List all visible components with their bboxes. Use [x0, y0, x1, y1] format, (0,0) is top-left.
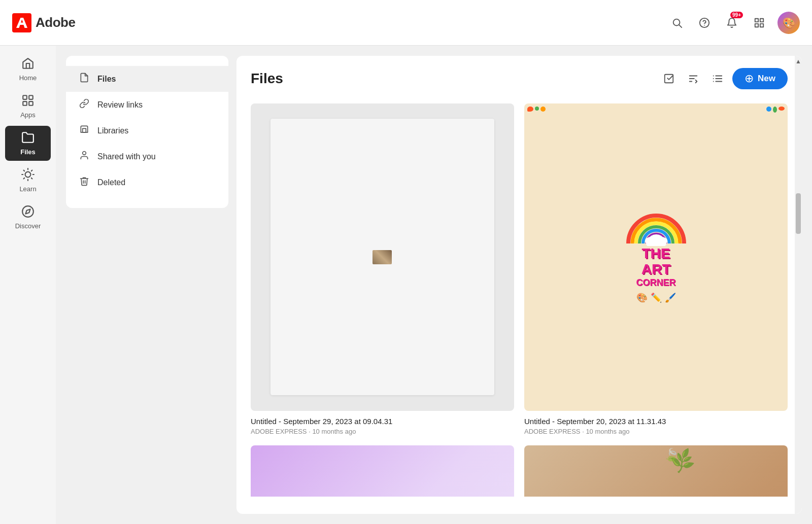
search-button[interactable]	[668, 14, 686, 32]
file-info-2: Untitled - September 20, 2023 at 11.31.4…	[524, 416, 788, 435]
svg-rect-9	[23, 95, 27, 99]
grid-icon	[754, 17, 765, 28]
main-layout: Home Apps Files	[0, 46, 812, 524]
search-icon	[671, 17, 683, 28]
svg-line-20	[24, 178, 25, 179]
deleted-icon	[78, 176, 90, 189]
sidebar-item-files[interactable]: Files	[5, 126, 51, 161]
new-button-label: New	[758, 74, 775, 84]
sidebar-item-learn[interactable]: Learn	[5, 163, 51, 198]
sort-icon	[688, 73, 699, 84]
files-title: Files	[251, 71, 659, 87]
svg-point-25	[83, 152, 86, 155]
menu-deleted-label: Deleted	[97, 178, 125, 187]
sidebar-item-discover[interactable]: Discover	[5, 200, 51, 235]
learn-icon	[21, 168, 35, 183]
apps-icon	[21, 94, 35, 109]
sidebar-files-label: Files	[20, 148, 36, 156]
user-avatar-button[interactable]: 🎨	[777, 12, 800, 34]
apps-grid-button[interactable]	[750, 14, 768, 32]
scroll-arrow-up-icon: ▲	[795, 58, 801, 65]
file-thumbnail-3	[251, 445, 514, 497]
left-sidebar: Home Apps Files	[0, 46, 56, 524]
top-navigation: Adobe 99+ 🎨	[0, 0, 812, 46]
help-icon	[699, 17, 710, 28]
menu-item-deleted[interactable]: Deleted	[66, 169, 228, 195]
art-corner-subtitle: CORNER	[636, 277, 675, 288]
review-link-icon	[78, 98, 90, 111]
select-all-button[interactable]	[659, 69, 679, 88]
adobe-logo[interactable]: Adobe	[12, 13, 75, 32]
plus-icon: ⊕	[745, 73, 754, 84]
file-card-4[interactable]: 🌿 🍃 PLEASE JOIN US FOR Mimi's Send-off M…	[524, 445, 788, 497]
svg-line-2	[679, 25, 682, 27]
art-corner-content: THEART CORNER 🎨✏️🖌️	[618, 103, 694, 411]
menu-files-label: Files	[97, 75, 116, 84]
svg-rect-8	[760, 23, 763, 26]
menu-item-libraries[interactable]: Libraries	[66, 118, 228, 144]
content-panel: Files Review links	[56, 46, 812, 524]
scrollbar[interactable]: ▲	[795, 56, 802, 514]
svg-rect-5	[755, 18, 758, 21]
sidebar-item-apps[interactable]: Apps	[5, 89, 51, 124]
discover-icon	[21, 205, 35, 220]
shared-icon	[78, 150, 90, 163]
file-name-2: Untitled - September 20, 2023 at 11.31.4…	[524, 416, 788, 427]
avatar-emoji: 🎨	[783, 17, 795, 29]
file-info-1: Untitled - September 29, 2023 at 09.04.3…	[251, 416, 514, 435]
checkbox-icon	[663, 73, 674, 84]
file-meta-2: ADOBE EXPRESS · 10 months ago	[524, 428, 788, 435]
art-corner-title: THEART	[641, 246, 671, 277]
files-grid: Untitled - September 29, 2023 at 09.04.3…	[251, 103, 788, 497]
file-name-1: Untitled - September 29, 2023 at 09.04.3…	[251, 416, 514, 427]
file-card-1[interactable]: Untitled - September 29, 2023 at 09.04.3…	[251, 103, 514, 435]
sidebar-discover-label: Discover	[15, 222, 41, 230]
file-thumbnail-4: 🌿 🍃 PLEASE JOIN US FOR Mimi's Send-off	[524, 445, 788, 497]
menu-libraries-label: Libraries	[97, 126, 128, 135]
svg-point-22	[22, 206, 33, 217]
file-card-2[interactable]: THEART CORNER 🎨✏️🖌️ Untitled - September…	[524, 103, 788, 435]
svg-rect-11	[23, 101, 27, 106]
bell-icon	[726, 17, 737, 28]
svg-rect-10	[29, 95, 33, 99]
svg-line-21	[31, 170, 32, 171]
files-icon	[21, 131, 35, 146]
svg-rect-6	[760, 18, 763, 21]
left-nav-panel: Files Review links	[66, 56, 228, 208]
sidebar-home-label: Home	[19, 74, 37, 82]
menu-item-review-links[interactable]: Review links	[66, 92, 228, 118]
rainbow-svg	[623, 211, 689, 246]
svg-line-16	[24, 170, 25, 171]
art-icons-row: 🎨✏️🖌️	[636, 292, 676, 303]
menu-shared-label: Shared with you	[97, 152, 156, 161]
svg-rect-12	[29, 101, 33, 106]
svg-marker-23	[25, 209, 30, 214]
svg-rect-24	[83, 128, 86, 132]
files-header: Files	[251, 68, 788, 89]
menu-item-shared[interactable]: Shared with you	[66, 144, 228, 169]
svg-rect-26	[665, 75, 673, 83]
scroll-thumb[interactable]	[796, 193, 801, 234]
list-view-button[interactable]	[708, 69, 727, 88]
sidebar-item-home[interactable]: Home	[5, 52, 51, 87]
help-button[interactable]	[695, 14, 714, 32]
adobe-brand-name: Adobe	[36, 15, 75, 30]
libraries-icon	[78, 124, 90, 137]
notifications-button[interactable]: 99+	[723, 14, 741, 32]
adobe-flag-icon	[12, 13, 31, 32]
file-thumbnail-1	[251, 103, 514, 411]
notification-badge: 99+	[730, 12, 743, 18]
sort-button[interactable]	[684, 69, 703, 88]
menu-review-links-label: Review links	[97, 100, 143, 110]
menu-item-files[interactable]: Files	[66, 66, 228, 92]
list-view-icon	[712, 73, 723, 84]
new-button[interactable]: ⊕ New	[732, 68, 788, 89]
splash-decoration	[524, 103, 788, 116]
svg-line-17	[31, 178, 32, 179]
file-card-3[interactable]: Untitled - August 2023 ADOBE EXPRESS · 1…	[251, 445, 514, 497]
sidebar-apps-label: Apps	[20, 111, 36, 119]
svg-rect-7	[755, 23, 758, 26]
header-actions: ⊕ New	[659, 68, 788, 89]
svg-point-39	[649, 234, 663, 243]
thumbnail-white-bg	[270, 119, 494, 395]
